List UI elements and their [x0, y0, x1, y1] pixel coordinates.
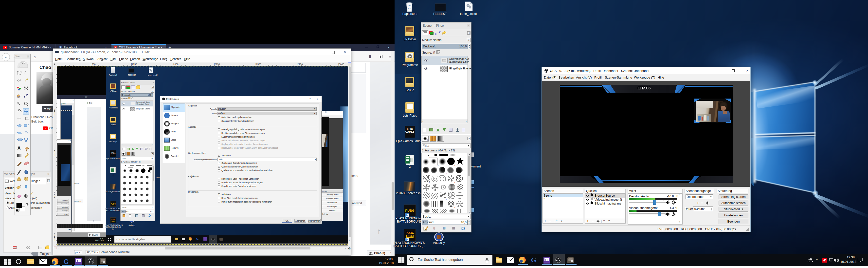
svg-text:A: A: [18, 146, 21, 151]
